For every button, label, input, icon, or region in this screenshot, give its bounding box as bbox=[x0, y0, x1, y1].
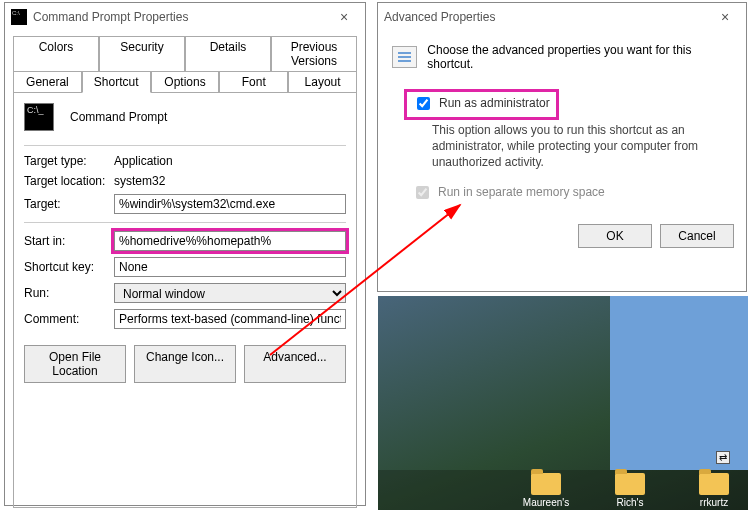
separate-memory-checkbox bbox=[416, 186, 429, 199]
cmd-icon bbox=[24, 103, 54, 131]
tab-layout[interactable]: Layout bbox=[288, 71, 357, 93]
advanced-intro: Choose the advanced properties you want … bbox=[427, 43, 732, 71]
advanced-button[interactable]: Advanced... bbox=[244, 345, 346, 383]
window-title: Advanced Properties bbox=[384, 10, 710, 24]
shortcutkey-input[interactable] bbox=[114, 257, 346, 277]
ok-button[interactable]: OK bbox=[578, 224, 652, 248]
titlebar[interactable]: Command Prompt Properties × bbox=[5, 3, 365, 31]
app-name: Command Prompt bbox=[70, 110, 167, 124]
run-as-admin-highlight: Run as administrator bbox=[404, 89, 559, 120]
run-select[interactable]: Normal window bbox=[114, 283, 346, 303]
target-type-value: Application bbox=[114, 154, 346, 168]
divider bbox=[24, 145, 346, 146]
tab-details[interactable]: Details bbox=[185, 36, 271, 71]
window-title: Command Prompt Properties bbox=[33, 10, 329, 24]
target-location-value: system32 bbox=[114, 174, 346, 188]
cancel-button[interactable]: Cancel bbox=[660, 224, 734, 248]
folder-label: Maureen's bbox=[518, 497, 574, 508]
target-label: Target: bbox=[24, 197, 114, 211]
shortcutkey-label: Shortcut key: bbox=[24, 260, 114, 274]
tab-options[interactable]: Options bbox=[151, 71, 220, 93]
startin-label: Start in: bbox=[24, 234, 114, 248]
folder-maureens[interactable]: Maureen's bbox=[518, 473, 574, 508]
folder-label: rrkurtz bbox=[686, 497, 742, 508]
titlebar[interactable]: Advanced Properties × bbox=[378, 3, 746, 31]
dialog-buttons: OK Cancel Apply bbox=[5, 508, 365, 512]
properties-window: Command Prompt Properties × Colors Secur… bbox=[4, 2, 366, 506]
cmd-icon bbox=[11, 9, 27, 25]
target-location-label: Target location: bbox=[24, 174, 114, 188]
tab-shortcut[interactable]: Shortcut bbox=[82, 71, 151, 93]
tab-colors[interactable]: Colors bbox=[13, 36, 99, 71]
run-as-admin-checkbox[interactable] bbox=[417, 97, 430, 110]
comment-input[interactable] bbox=[114, 309, 346, 329]
desktop-background: Maureen's Rich's rrkurtz bbox=[378, 296, 748, 510]
close-icon[interactable]: × bbox=[329, 9, 359, 25]
folder-rrkurtz[interactable]: rrkurtz bbox=[686, 473, 742, 508]
tab-panel-shortcut: Command Prompt Target type: Application … bbox=[13, 92, 357, 508]
folder-richs[interactable]: Rich's bbox=[602, 473, 658, 508]
startin-input[interactable] bbox=[114, 231, 346, 251]
tab-security[interactable]: Security bbox=[99, 36, 185, 71]
advanced-properties-window: Advanced Properties × Choose the advance… bbox=[377, 2, 747, 292]
change-icon-button[interactable]: Change Icon... bbox=[134, 345, 236, 383]
folder-icon bbox=[699, 473, 729, 495]
dialog-buttons: OK Cancel bbox=[378, 218, 746, 258]
folder-icon bbox=[531, 473, 561, 495]
tab-font[interactable]: Font bbox=[219, 71, 288, 93]
window-behind bbox=[610, 296, 748, 470]
tab-previous-versions[interactable]: Previous Versions bbox=[271, 36, 357, 71]
divider bbox=[24, 222, 346, 223]
run-as-admin-label: Run as administrator bbox=[439, 96, 550, 110]
comment-label: Comment: bbox=[24, 312, 114, 326]
tray-icon[interactable] bbox=[716, 450, 738, 464]
separate-memory-label: Run in separate memory space bbox=[438, 185, 605, 199]
run-as-admin-description: This option allows you to run this short… bbox=[432, 122, 732, 171]
folder-label: Rich's bbox=[602, 497, 658, 508]
target-type-label: Target type: bbox=[24, 154, 114, 168]
target-input[interactable] bbox=[114, 194, 346, 214]
close-icon[interactable]: × bbox=[710, 9, 740, 25]
folder-icon bbox=[615, 473, 645, 495]
run-label: Run: bbox=[24, 286, 114, 300]
tabstrip: Colors Security Details Previous Version… bbox=[5, 31, 365, 92]
taskbar: Maureen's Rich's rrkurtz bbox=[378, 470, 748, 510]
tab-general[interactable]: General bbox=[13, 71, 82, 93]
open-file-location-button[interactable]: Open File Location bbox=[24, 345, 126, 383]
list-icon bbox=[392, 46, 417, 68]
